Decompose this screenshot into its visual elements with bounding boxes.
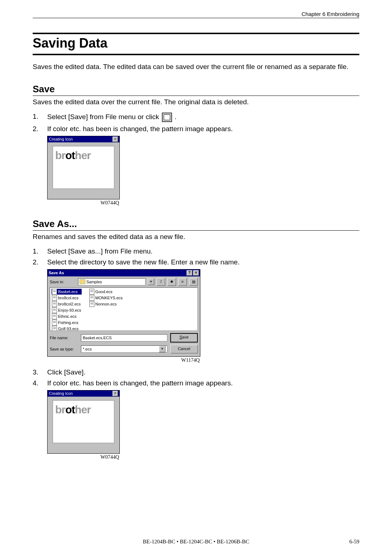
saveas-heading: Save As...: [33, 218, 359, 231]
creating-icon-window: Creating Icon × brother: [47, 136, 120, 199]
file-name: Fishing.ecs: [58, 320, 78, 325]
save-in-label: Save in:: [50, 280, 76, 284]
page-footer: BE-1204B-BC • BE-1204C-BC • BE-1206B-BC …: [0, 539, 392, 545]
file-name: Enjoy-93.ecs: [58, 308, 81, 312]
save-step1-pre: Select [Save] from File menu or click: [47, 113, 161, 121]
list-item[interactable]: Golf-93.ecs: [52, 326, 82, 331]
save-as-titlebar: Save As ? ×: [48, 270, 200, 276]
step-number: 2.: [33, 258, 47, 266]
file-name: Golf-93.ecs: [58, 327, 78, 331]
file-name: Ethnic.ecs: [58, 314, 77, 319]
list-item[interactable]: bro8col.ecs: [52, 295, 82, 301]
file-icon: [52, 295, 57, 301]
saveas-step-4: 4. If color etc. has been is changed, th…: [33, 379, 359, 387]
save-desc: Saves the edited data over the current f…: [33, 98, 359, 106]
file-name: bro8col2.ecs: [58, 302, 81, 306]
step-number: 3.: [33, 368, 47, 376]
creating-icon-titlebar: Creating Icon ×: [48, 136, 119, 142]
logo-part: ot: [65, 404, 75, 416]
file-name-label: File name:: [50, 336, 76, 340]
list-item[interactable]: MONKEYS.ecs: [89, 295, 123, 301]
saveas-step-2: 2. Select the directory to save the new …: [33, 258, 359, 266]
save-step-2: 2. If color etc. has been is changed, th…: [33, 125, 359, 133]
cancel-button[interactable]: Cancel: [170, 345, 198, 353]
brother-logo: brother: [55, 150, 112, 161]
logo-part: ot: [65, 149, 75, 161]
step-number: 4.: [33, 379, 47, 387]
view-list-icon[interactable]: ≡: [178, 278, 187, 286]
logo-part: her: [75, 149, 91, 161]
logo-part: br: [55, 149, 65, 161]
file-name-value: Basket.ecs.ECS: [83, 336, 111, 340]
chevron-down-icon[interactable]: ▼: [148, 279, 154, 285]
step-number: 1.: [33, 247, 47, 255]
file-list-pane[interactable]: Basket.ecs bro8col.ecs bro8col2.ecs Enjo…: [50, 287, 198, 331]
file-icon: [52, 301, 57, 307]
logo-part: br: [55, 404, 65, 416]
save-as-dialog: Save As ? × Save in: Samples ▼ ⤴ ✱ ≡ ▤ B…: [47, 269, 200, 357]
list-item[interactable]: Fishing.ecs: [52, 320, 82, 325]
page-title: Saving Data: [33, 36, 359, 51]
file-name: Good.ecs: [95, 289, 113, 294]
list-item[interactable]: Good.ecs: [89, 289, 123, 295]
file-icon: [89, 301, 94, 307]
save-in-combo[interactable]: Samples: [78, 278, 146, 285]
save-step2-text: If color etc. has been is changed, the p…: [47, 125, 359, 133]
save-step-1: 1. Select [Save] from File menu or click…: [33, 113, 359, 122]
list-item[interactable]: Basket.ecs: [52, 289, 82, 295]
file-icon: [52, 289, 57, 295]
file-name: bro8col.ecs: [58, 296, 78, 300]
close-icon[interactable]: ×: [113, 391, 118, 396]
save-toolbar-icon: [162, 113, 172, 122]
save-step1-post: .: [175, 113, 176, 121]
file-name: Nonnon.ecs: [95, 302, 117, 306]
figure-code: W1174Q: [47, 357, 200, 363]
saveas-step-3: 3. Click [Save].: [33, 368, 359, 376]
save-as-title: Save As: [49, 271, 64, 275]
file-icon: [52, 307, 57, 313]
up-folder-icon[interactable]: ⤴: [156, 278, 165, 286]
save-type-value: *.ecs: [83, 347, 91, 351]
list-item[interactable]: Enjoy-93.ecs: [52, 307, 82, 313]
step-number: 1.: [33, 113, 47, 121]
list-item[interactable]: Ethnic.ecs: [52, 313, 82, 319]
saveas-step-1: 1. Select [Save as...] from File menu.: [33, 247, 359, 255]
step-number: 2.: [33, 125, 47, 133]
view-details-icon[interactable]: ▤: [189, 278, 198, 286]
list-item[interactable]: Nonnon.ecs: [89, 301, 123, 307]
title-block: Saving Data: [33, 33, 359, 55]
list-item[interactable]: bro8col2.ecs: [52, 301, 82, 307]
file-icon: [52, 320, 57, 325]
file-icon: [52, 313, 57, 319]
saveas-desc: Renames and saves the edited data as a n…: [33, 233, 359, 241]
close-icon[interactable]: ×: [113, 137, 118, 142]
creating-icon-title: Creating Icon: [49, 137, 73, 141]
save-in-value: Samples: [86, 280, 102, 284]
creating-icon-canvas: brother: [53, 400, 114, 443]
saveas-step2-text: Select the directory to save the new fil…: [47, 258, 359, 266]
new-folder-icon[interactable]: ✱: [167, 278, 176, 286]
save-type-combo[interactable]: *.ecs ▼: [81, 345, 167, 353]
figure-code: W0744Q: [47, 200, 119, 206]
chapter-header: Chapter 6 Embroidering: [33, 11, 359, 18]
creating-icon-titlebar: Creating Icon ×: [48, 390, 119, 397]
logo-part: her: [75, 404, 91, 416]
file-icon: [89, 289, 94, 295]
creating-icon-canvas: brother: [53, 146, 114, 189]
saveas-step1-text: Select [Save as...] from File menu.: [47, 247, 359, 255]
help-icon[interactable]: ?: [187, 270, 192, 276]
saveas-step3-text: Click [Save].: [47, 368, 359, 376]
saveas-step4-text: If color etc. has been is changed, the p…: [47, 379, 359, 387]
creating-icon-window: Creating Icon × brother: [47, 390, 120, 454]
save-button[interactable]: SSaveave: [170, 333, 198, 343]
file-icon: [89, 295, 94, 301]
creating-icon-title: Creating Icon: [49, 391, 73, 396]
file-name: Basket.ecs: [58, 289, 78, 294]
file-name: MONKEYS.ecs: [95, 296, 123, 300]
file-name-input[interactable]: Basket.ecs.ECS: [81, 334, 167, 341]
file-icon: [52, 326, 57, 331]
chevron-down-icon[interactable]: ▼: [159, 346, 166, 352]
close-icon[interactable]: ×: [193, 270, 199, 276]
save-heading: Save: [33, 84, 359, 96]
footer-models: BE-1204B-BC • BE-1204C-BC • BE-1206B-BC: [0, 539, 392, 545]
